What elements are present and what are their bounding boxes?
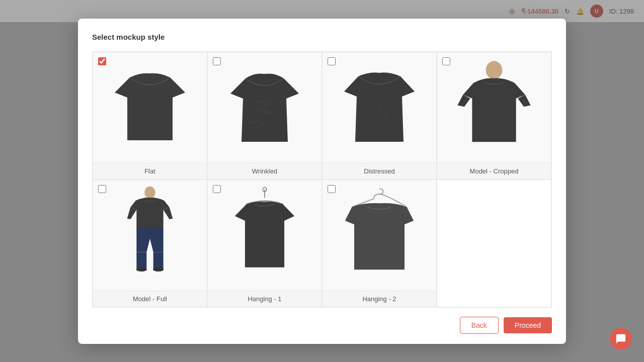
checkbox-flat[interactable] <box>98 57 106 65</box>
checkbox-distressed[interactable] <box>328 57 336 65</box>
checkbox-hanging-2[interactable] <box>328 185 336 193</box>
back-button[interactable]: Back <box>460 317 499 334</box>
modal-title: Select mockup style <box>92 33 552 41</box>
modal-footer: Back Proceed <box>92 317 552 334</box>
mockup-img-wrinkled <box>208 52 321 163</box>
svg-point-6 <box>136 267 147 272</box>
checkbox-wrinkled[interactable] <box>213 57 221 65</box>
mockup-item-hanging-2[interactable]: Hanging - 2 <box>322 179 437 307</box>
chat-button[interactable] <box>610 328 632 350</box>
svg-point-0 <box>486 61 503 79</box>
mockup-label-wrinkled: Wrinkled <box>208 163 321 179</box>
mockup-item-distressed[interactable]: Distressed <box>322 52 437 179</box>
mockup-label-distressed: Distressed <box>323 163 436 179</box>
checkbox-model-cropped[interactable] <box>442 57 450 65</box>
svg-point-2 <box>144 186 155 198</box>
mockup-label-flat: Flat <box>93 163 207 179</box>
mockup-cell-empty <box>437 179 551 307</box>
mockup-img-model-full <box>93 180 207 291</box>
mockup-img-distressed <box>323 52 436 163</box>
mockup-item-model-cropped[interactable]: Model - Cropped <box>437 52 551 179</box>
mockup-label-hanging-1: Hanging - 1 <box>208 291 321 307</box>
checkbox-model-full[interactable] <box>98 185 106 193</box>
mockup-img-flat <box>93 52 207 163</box>
modal-overlay: Select mockup style Flat <box>0 0 644 362</box>
mockup-img-hanging-2 <box>323 180 436 291</box>
mockup-item-wrinkled[interactable]: Wrinkled <box>207 52 322 179</box>
mockup-item-model-full[interactable]: Model - Full <box>93 179 207 307</box>
svg-rect-5 <box>153 252 164 268</box>
chat-icon <box>615 333 626 344</box>
mockup-item-hanging-1[interactable]: Hanging - 1 <box>207 179 322 307</box>
mockup-img-model-cropped <box>437 52 551 163</box>
mockup-label-model-cropped: Model - Cropped <box>437 163 551 179</box>
svg-rect-4 <box>136 252 146 268</box>
svg-point-7 <box>153 267 164 272</box>
mockup-label-hanging-2: Hanging - 2 <box>323 291 436 307</box>
mockup-label-model-full: Model - Full <box>93 291 207 307</box>
modal-dialog: Select mockup style Flat <box>78 19 566 344</box>
mockup-img-hanging-1 <box>208 180 321 291</box>
mockup-grid: Flat Wrinkled <box>92 51 552 308</box>
proceed-button[interactable]: Proceed <box>504 317 552 333</box>
checkbox-hanging-1[interactable] <box>213 185 221 193</box>
mockup-item-flat[interactable]: Flat <box>93 52 207 179</box>
